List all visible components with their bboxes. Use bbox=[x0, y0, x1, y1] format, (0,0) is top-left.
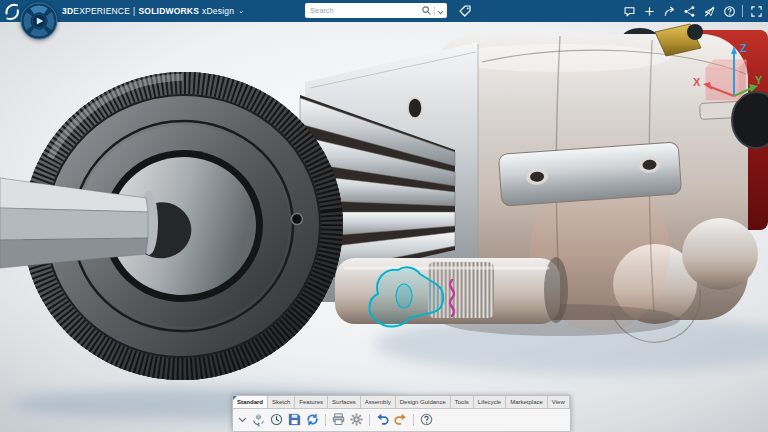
tab-assembly[interactable]: Assembly bbox=[361, 396, 396, 408]
fullscreen-icon[interactable] bbox=[749, 4, 763, 18]
settings-icon[interactable] bbox=[349, 412, 364, 427]
brand-platform: EXPERIENCE bbox=[73, 6, 130, 16]
help-icon[interactable] bbox=[419, 412, 434, 427]
save-icon[interactable] bbox=[287, 412, 302, 427]
toolbar-separator bbox=[413, 414, 414, 426]
lifecycle-share-icon[interactable] bbox=[251, 412, 266, 427]
tab-surfaces[interactable]: Surfaces bbox=[328, 396, 361, 408]
chat-icon[interactable] bbox=[622, 4, 636, 18]
search-bar[interactable] bbox=[305, 3, 447, 18]
tab-standard[interactable]: Standard bbox=[233, 396, 268, 408]
chevron-down-icon[interactable]: ⌄ bbox=[238, 7, 244, 15]
plane-offline-icon[interactable] bbox=[702, 4, 716, 18]
add-icon[interactable] bbox=[642, 4, 656, 18]
topbar-actions bbox=[622, 0, 763, 22]
tag-icon[interactable] bbox=[458, 4, 472, 18]
app-window: 3DEXPERIENCE|SOLIDWORKSxDesign⌄ bbox=[0, 0, 768, 432]
sync-icon[interactable] bbox=[305, 412, 320, 427]
action-bar: StandardSketchFeaturesSurfacesAssemblyDe… bbox=[232, 395, 571, 431]
search-divider bbox=[434, 6, 435, 15]
brand-product: SOLIDWORKS bbox=[139, 6, 200, 16]
dassault-systemes-logo-icon bbox=[3, 2, 21, 20]
search-input[interactable] bbox=[308, 5, 421, 16]
tab-lifecycle[interactable]: Lifecycle bbox=[474, 396, 506, 408]
triad-z-label[interactable]: Z bbox=[740, 42, 747, 54]
3d-viewport[interactable]: Z X Y bbox=[0, 22, 768, 432]
share-arrow-icon[interactable] bbox=[662, 4, 676, 18]
redo-icon[interactable] bbox=[393, 412, 408, 427]
brand-app: xDesign bbox=[202, 6, 234, 16]
toolbar-separator bbox=[369, 414, 370, 426]
brand-title[interactable]: 3DEXPERIENCE|SOLIDWORKSxDesign⌄ bbox=[62, 0, 244, 22]
tab-sketch[interactable]: Sketch bbox=[268, 396, 295, 408]
tab-tools[interactable]: Tools bbox=[451, 396, 474, 408]
compass-button[interactable] bbox=[20, 2, 58, 40]
toolbar-separator bbox=[325, 414, 326, 426]
top-bar: 3DEXPERIENCE|SOLIDWORKSxDesign⌄ bbox=[0, 0, 768, 22]
toolbar-icons bbox=[233, 409, 570, 431]
brand-divider: | bbox=[133, 6, 135, 16]
tab-view[interactable]: View bbox=[548, 396, 570, 408]
tab-design-guidance[interactable]: Design Guidance bbox=[396, 396, 451, 408]
help-circle-icon[interactable] bbox=[722, 4, 736, 18]
undo-icon[interactable] bbox=[375, 412, 390, 427]
toolbar-tabs: StandardSketchFeaturesSurfacesAssemblyDe… bbox=[233, 396, 570, 409]
flywheel-hole[interactable] bbox=[291, 213, 303, 225]
search-options-chevron-icon[interactable] bbox=[437, 2, 444, 20]
history-icon[interactable] bbox=[269, 412, 284, 427]
share-network-icon[interactable] bbox=[682, 4, 696, 18]
tab-features[interactable]: Features bbox=[295, 396, 328, 408]
brand-platform-prefix: 3D bbox=[62, 6, 73, 16]
triad-y-label[interactable]: Y bbox=[755, 74, 763, 86]
tab-marketplace[interactable]: Marketplace bbox=[506, 396, 548, 408]
toolbar-collapse-chevron-icon[interactable] bbox=[237, 415, 247, 425]
triad-x-label[interactable]: X bbox=[693, 76, 701, 88]
print-icon[interactable] bbox=[331, 412, 346, 427]
search-icon[interactable] bbox=[421, 2, 432, 20]
topbar-divider bbox=[742, 5, 743, 17]
